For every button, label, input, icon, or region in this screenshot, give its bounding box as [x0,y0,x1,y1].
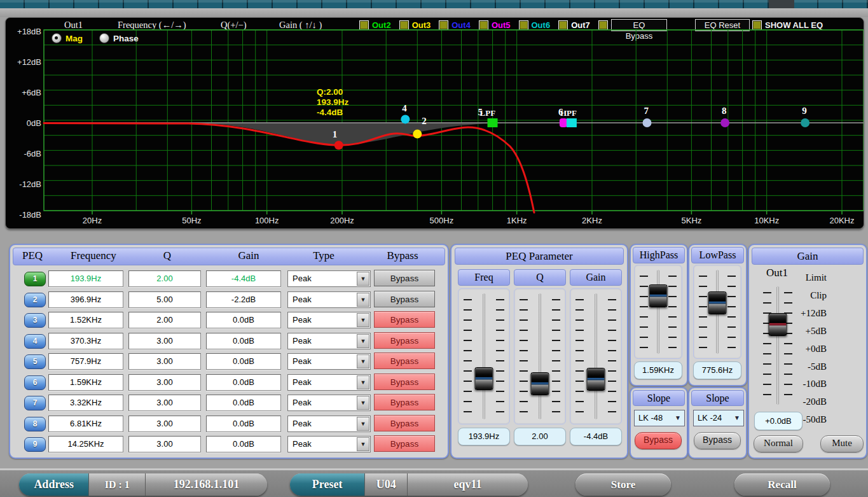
output-gain-knob[interactable] [769,313,787,336]
eq-band-marker-extra[interactable] [560,118,567,127]
frequency-field[interactable]: 14.25KHz [48,436,123,452]
highpass-knob[interactable] [649,284,668,307]
q-field[interactable]: 2.00 [128,312,201,328]
chevron-down-icon[interactable]: ▼ [734,410,740,426]
band-select-button-8[interactable]: 8 [24,417,46,431]
lowpass-value[interactable]: 775.6Hz [693,361,741,379]
q-field[interactable]: 2.00 [128,270,201,287]
normal-button[interactable]: Normal [754,435,803,452]
top-tab-strip[interactable] [0,0,868,8]
type-select[interactable]: Peak▼ [287,416,371,432]
recall-button[interactable]: Recall [734,473,830,496]
eq-band-marker-8[interactable] [720,118,729,127]
mag-radio-icon[interactable] [52,33,62,43]
chevron-down-icon[interactable]: ▼ [357,417,369,431]
q-field[interactable]: 3.00 [128,333,201,349]
highpass-slope-select[interactable]: LK -48 ▼ [634,410,685,426]
preset-label[interactable]: Preset [290,473,365,496]
q-field[interactable]: 3.00 [128,353,201,370]
eq-filter-marker-HPF[interactable] [567,118,577,127]
frequency-field[interactable]: 3.32KHz [48,395,123,411]
gain-field[interactable]: 0.0dB [206,333,281,349]
band-bypass-button[interactable]: Bypass [374,353,435,369]
gain-field[interactable]: 0.0dB [206,416,281,432]
preset-name[interactable]: eqv11 [408,473,528,496]
chevron-down-icon[interactable]: ▼ [357,354,369,368]
band-bypass-button[interactable]: Bypass [374,291,435,307]
band-bypass-button[interactable]: Bypass [374,394,435,410]
address-label[interactable]: Address [19,473,89,496]
type-select[interactable]: Peak▼ [287,270,371,287]
param-gain-value[interactable]: -4.4dB [570,428,622,445]
band-bypass-button[interactable]: Bypass [374,332,435,349]
param-q-value[interactable]: 2.00 [514,428,566,445]
band-bypass-button[interactable]: Bypass [374,415,435,431]
param-gain-knob[interactable] [587,368,605,391]
band-select-button-4[interactable]: 4 [24,334,46,349]
ip-address[interactable]: 192.168.1.101 [146,473,267,496]
frequency-field[interactable]: 6.81KHz [48,416,123,432]
type-select[interactable]: Peak▼ [287,374,371,391]
param-freq-knob[interactable] [475,367,493,390]
band-select-button-3[interactable]: 3 [24,313,46,328]
chevron-down-icon[interactable]: ▼ [357,396,369,410]
band-bypass-button[interactable]: Bypass [374,270,435,286]
q-field[interactable]: 5.00 [128,291,201,308]
eq-response-plot[interactable]: 20Hz50Hz100Hz200Hz500Hz1KHz2KHz5KHz10KHz… [6,18,864,228]
gain-field[interactable]: -4.4dB [206,270,281,287]
eq-band-marker-4[interactable] [401,115,410,123]
gain-field[interactable]: -2.2dB [206,291,281,308]
gain-field[interactable]: 0.0dB [206,395,281,411]
param-q-slider[interactable] [514,288,566,424]
eq-band-marker-9[interactable] [801,118,809,127]
frequency-field[interactable]: 1.59KHz [48,374,123,391]
band-bypass-button[interactable]: Bypass [374,311,435,328]
preset-slot[interactable]: U04 [365,473,408,496]
type-select[interactable]: Peak▼ [287,312,371,328]
highpass-slider[interactable] [634,265,682,359]
param-gain-slider[interactable] [570,288,622,424]
frequency-field[interactable]: 396.9Hz [48,291,123,308]
lowpass-bypass-button[interactable]: Bypass [694,432,741,449]
eq-filter-marker-LPF[interactable] [488,118,498,127]
type-select[interactable]: Peak▼ [287,291,371,308]
mute-button[interactable]: Mute [820,435,864,452]
band-select-button-1[interactable]: 1 [24,272,46,286]
q-field[interactable]: 3.00 [128,374,201,391]
band-select-button-2[interactable]: 2 [24,293,46,307]
band-bypass-button[interactable]: Bypass [374,374,435,390]
band-select-button-6[interactable]: 6 [24,375,46,390]
band-select-button-7[interactable]: 7 [24,396,46,410]
gain-field[interactable]: 0.0dB [206,353,281,370]
type-select[interactable]: Peak▼ [287,333,371,349]
q-field[interactable]: 3.00 [128,436,201,452]
eq-band-marker-1[interactable] [334,141,343,150]
lowpass-slider[interactable] [693,265,741,359]
store-button[interactable]: Store [575,473,671,496]
type-select[interactable]: Peak▼ [287,436,371,452]
q-field[interactable]: 3.00 [128,416,201,432]
eq-band-marker-2[interactable] [413,130,422,139]
lowpass-knob[interactable] [708,291,727,314]
chevron-down-icon[interactable]: ▼ [357,334,369,348]
phase-radio[interactable]: Phase [99,33,139,43]
device-id[interactable]: ID : 1 [89,473,146,496]
chevron-down-icon[interactable]: ▼ [357,375,369,389]
gain-field[interactable]: 0.0dB [206,374,281,391]
gain-field[interactable]: 0.0dB [206,312,281,328]
chevron-down-icon[interactable]: ▼ [357,272,369,286]
band-bypass-button[interactable]: Bypass [374,435,435,452]
param-freq-value[interactable]: 193.9Hz [458,428,510,445]
frequency-field[interactable]: 757.9Hz [48,353,123,370]
gain-field[interactable]: 0.0dB [206,436,281,452]
frequency-field[interactable]: 1.52KHz [48,312,123,328]
highpass-bypass-button[interactable]: Bypass [635,432,682,449]
highpass-value[interactable]: 1.59KHz [634,361,682,379]
band-select-button-9[interactable]: 9 [24,437,46,452]
chevron-down-icon[interactable]: ▼ [357,293,369,307]
lowpass-slope-select[interactable]: LK -24 ▼ [693,410,744,426]
chevron-down-icon[interactable]: ▼ [357,437,369,451]
frequency-field[interactable]: 193.9Hz [48,270,123,287]
chevron-down-icon[interactable]: ▼ [675,410,681,426]
band-select-button-5[interactable]: 5 [24,354,46,369]
